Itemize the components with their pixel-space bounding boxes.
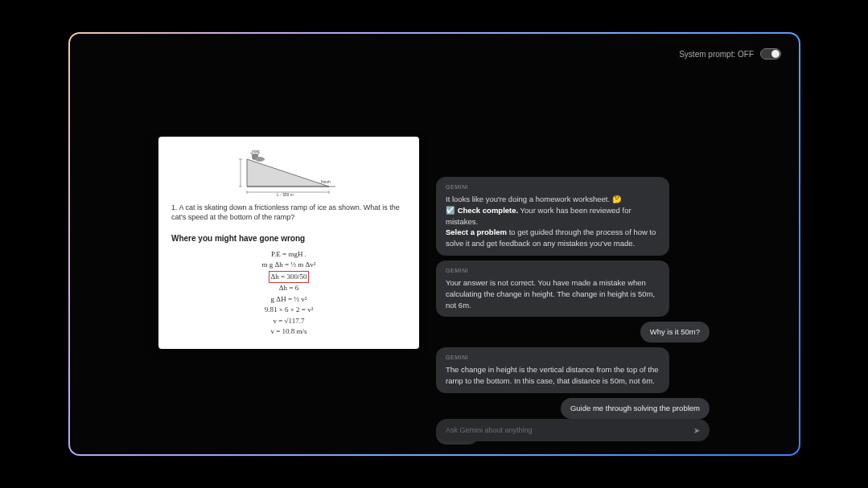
error-box: Δh = 300/50 (269, 271, 310, 284)
work-line: g ΔH = ½ v² (171, 294, 406, 306)
handwritten-work: P.E = mgH . m g Δh = ½ m Δv² Δh = 300/50… (171, 249, 406, 338)
svg-marker-0 (247, 159, 329, 187)
header-bar: System prompt: OFF (679, 48, 781, 59)
author-label: GEMINI (446, 183, 660, 191)
diagram-finish-label: finish (321, 179, 331, 184)
worksheet-card[interactable]: start finish H - 50 m L - 300 m 1. A cat… (158, 137, 419, 349)
hint-title: Where you might have gone wrong (171, 233, 406, 244)
diagram-l-label: L - 300 m (277, 192, 294, 196)
work-line: v = √117.7 (171, 316, 406, 327)
question-body: A cat is skating down a frictionless ram… (171, 203, 400, 221)
chat-input[interactable] (446, 426, 687, 434)
ai-text-line: It looks like you're doing a homework wo… (446, 194, 660, 205)
author-label: GEMINI (446, 267, 660, 275)
diagram-start-label: start (252, 149, 260, 154)
ai-text-line: Your answer is not correct. You have mad… (446, 277, 660, 310)
work-line: m g Δh = ½ m Δv² (171, 260, 406, 271)
chat-input-bar[interactable]: ➤ (436, 419, 710, 441)
send-icon[interactable]: ➤ (693, 426, 700, 435)
question-number: 1. (171, 203, 178, 211)
ai-message: GEMINI Your answer is not correct. You h… (436, 260, 669, 317)
system-prompt-label: System prompt: OFF (679, 50, 754, 59)
work-line: v = 10.8 m/s (171, 326, 406, 338)
gradient-frame: System prompt: OFF (68, 32, 800, 456)
ai-text-line: Select a problem to get guided through t… (446, 227, 660, 249)
system-prompt-toggle[interactable] (760, 48, 781, 59)
app-window: System prompt: OFF (70, 34, 799, 454)
work-line: P.E = mgH . (171, 249, 406, 260)
svg-point-9 (255, 157, 265, 162)
ai-message: GEMINI The change in height is the verti… (436, 347, 669, 393)
chat-column: GEMINI It looks like you're doing a home… (436, 177, 710, 445)
ai-message: GEMINI It looks like you're doing a home… (436, 177, 669, 256)
ai-text-line: ☑️ Check complete. Your work has been re… (446, 205, 660, 228)
work-line: Δh = 6 (171, 283, 406, 294)
user-message: Guide me through solving the problem (561, 398, 710, 419)
ramp-diagram: start finish H - 50 m L - 300 m (171, 148, 406, 196)
author-label: GEMINI (446, 354, 660, 362)
user-message: Why is it 50m? (640, 322, 710, 342)
work-line: 9.81 × 6 × 2 = v² (171, 305, 406, 316)
question-text: 1. A cat is skating down a frictionless … (171, 203, 406, 222)
ai-text-line: The change in height is the vertical dis… (446, 364, 660, 387)
